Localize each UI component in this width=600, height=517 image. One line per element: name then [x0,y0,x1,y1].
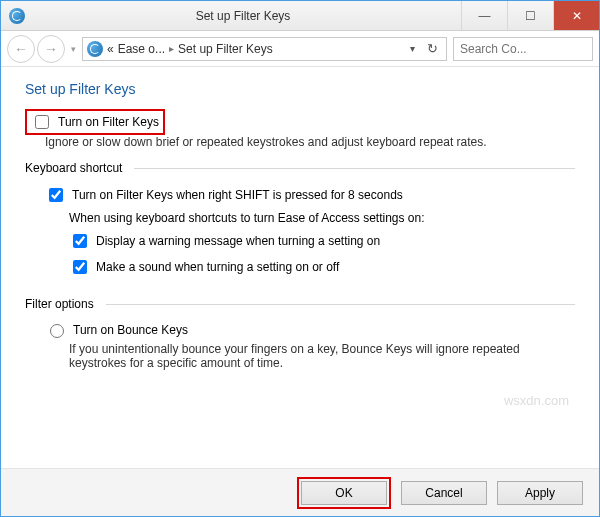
turn-on-filter-keys-label: Turn on Filter Keys [58,115,159,129]
ok-button[interactable]: OK [301,481,387,505]
refresh-icon[interactable]: ↻ [423,41,442,56]
shift-enable-label: Turn on Filter Keys when right SHIFT is … [72,188,403,202]
titlebar: Set up Filter Keys — ☐ ✕ [1,1,599,31]
shift-enable-checkbox[interactable] [49,188,63,202]
address-bar[interactable]: « Ease o... ▸ Set up Filter Keys ▾ ↻ [82,37,447,61]
sound-checkbox[interactable] [73,260,87,274]
nav-toolbar: ← → ▾ « Ease o... ▸ Set up Filter Keys ▾… [1,31,599,67]
divider [134,168,575,169]
breadcrumb-ease[interactable]: Ease o... [118,42,165,56]
watermark: wsxdn.com [504,393,569,408]
page-heading: Set up Filter Keys [25,81,575,97]
app-icon [9,8,25,24]
sound-label: Make a sound when turning a setting on o… [96,260,339,274]
window-frame: Set up Filter Keys — ☐ ✕ ← → ▾ « Ease o.… [0,0,600,517]
breadcrumb-current[interactable]: Set up Filter Keys [178,42,273,56]
filter-options-group: Filter options [25,297,575,311]
bounce-keys-label: Turn on Bounce Keys [73,323,188,337]
bounce-keys-description: If you unintentionally bounce your finge… [69,342,575,370]
window-title: Set up Filter Keys [25,9,461,23]
cancel-button[interactable]: Cancel [401,481,487,505]
highlight-turn-on: Turn on Filter Keys [25,109,165,135]
bounce-keys-radio[interactable] [50,324,64,338]
keyboard-shortcut-legend: Keyboard shortcut [25,161,128,175]
turn-on-description: Ignore or slow down brief or repeated ke… [45,135,575,149]
dialog-footer: OK Cancel Apply [1,468,599,516]
forward-button[interactable]: → [37,35,65,63]
maximize-button[interactable]: ☐ [507,1,553,30]
keyboard-shortcut-group: Keyboard shortcut [25,161,575,175]
back-button[interactable]: ← [7,35,35,63]
apply-button[interactable]: Apply [497,481,583,505]
breadcrumb-prefix: « [107,42,114,56]
address-dropdown-icon[interactable]: ▾ [406,43,419,54]
turn-on-filter-keys-checkbox[interactable] [35,115,49,129]
when-using-text: When using keyboard shortcuts to turn Ea… [69,211,575,225]
warning-label: Display a warning message when turning a… [96,234,380,248]
close-button[interactable]: ✕ [553,1,599,30]
chevron-right-icon: ▸ [169,43,174,54]
search-input[interactable] [458,41,588,57]
window-controls: — ☐ ✕ [461,1,599,30]
search-box[interactable] [453,37,593,61]
highlight-ok: OK [297,477,391,509]
warning-checkbox[interactable] [73,234,87,248]
filter-options-legend: Filter options [25,297,100,311]
location-icon [87,41,103,57]
minimize-button[interactable]: — [461,1,507,30]
divider [106,304,575,305]
content-area: Set up Filter Keys Turn on Filter Keys I… [1,67,599,468]
history-dropdown[interactable]: ▾ [67,44,80,54]
